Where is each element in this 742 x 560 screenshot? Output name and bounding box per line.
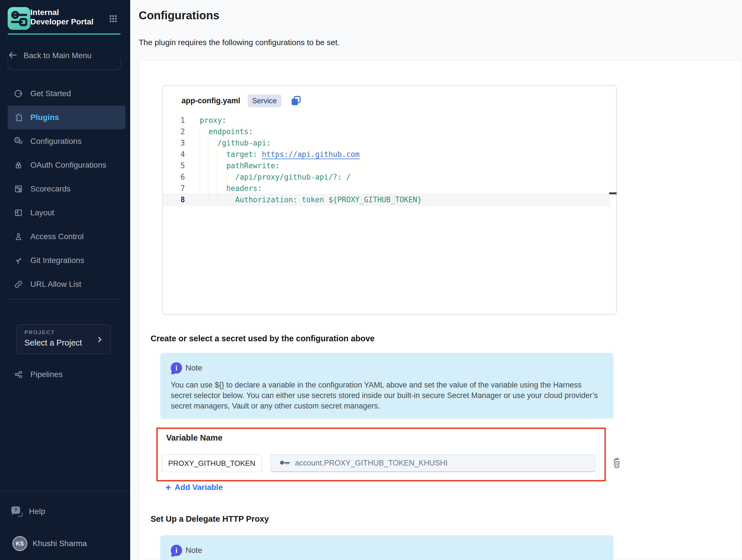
- sidebar-item-label: Pipelines: [30, 370, 63, 379]
- git-fork-icon: [13, 255, 23, 265]
- indent-guide: [226, 171, 226, 205]
- back-section-divider: [8, 58, 120, 70]
- delegate-section-heading: Set Up a Delegate HTTP Proxy: [151, 514, 269, 524]
- copy-icon[interactable]: [290, 95, 302, 107]
- apps-grid-icon[interactable]: [109, 14, 118, 23]
- yaml-editor-content[interactable]: 1 proxy: 2 endpoints: 3 /github-api: 4 t…: [163, 115, 609, 205]
- line-number: 3: [163, 139, 185, 147]
- line-number: 7: [163, 184, 185, 193]
- sidebar-item-plugins[interactable]: Plugins: [8, 106, 125, 130]
- note-callout: i Note You can use ${} to declare a vari…: [160, 353, 614, 419]
- brand: Internal Developer Portal: [8, 7, 124, 30]
- sidebar-item-label: Git Integrations: [30, 256, 84, 265]
- sidebar-item-scorecards[interactable]: Scorecards: [8, 177, 125, 201]
- target-url-link[interactable]: https://api.github.com: [262, 150, 359, 159]
- code-text: proxy:: [185, 116, 226, 124]
- plugins-puzzle-icon: [13, 112, 23, 122]
- chevron-right-icon: [96, 335, 104, 345]
- code-text: Authorization: token ${PROXY_GITHUB_TOKE…: [185, 196, 422, 204]
- page-subtitle: The plugin requires the following config…: [139, 38, 339, 47]
- gears-icon: ⚙⚙: [13, 136, 23, 146]
- sidebar-item-label: Plugins: [30, 113, 59, 122]
- code-text: endpoints:: [185, 128, 253, 136]
- key-icon: [280, 459, 290, 467]
- lock-icon: [13, 160, 23, 170]
- indent-guide: [217, 149, 218, 205]
- sidebar-item-layout[interactable]: Layout: [8, 201, 125, 225]
- sidebar-item-url-allow-list[interactable]: URL Allow List: [8, 272, 125, 296]
- question-glyph: ?: [14, 507, 17, 513]
- secret-selector-field[interactable]: account.PROXY_GITHUB_TOKEN_KHUSHI: [270, 454, 595, 472]
- note-header: i Note: [171, 545, 202, 556]
- yaml-editor-card: app-config.yaml Service 1 proxy: 2 endpo…: [163, 85, 617, 315]
- indent-guide: [200, 126, 200, 205]
- sidebar-item-git-integrations[interactable]: Git Integrations: [8, 249, 125, 272]
- note-title: Note: [186, 363, 202, 372]
- sidebar-item-label: Layout: [30, 208, 54, 217]
- line-number: 2: [163, 128, 185, 136]
- variable-name-input[interactable]: [162, 454, 262, 472]
- code-line: 1 proxy:: [163, 115, 609, 126]
- code-line: 6 /api/proxy/github-api/?: /: [163, 171, 609, 183]
- editor-header: app-config.yaml Service: [181, 94, 302, 107]
- line-number: 1: [163, 116, 185, 124]
- user-name: Khushi Sharma: [33, 539, 87, 548]
- sidebar-nav-secondary: Pipelines: [0, 363, 130, 387]
- secret-value: account.PROXY_GITHUB_TOKEN_KHUSHI: [295, 459, 447, 467]
- add-variable-button[interactable]: + Add Variable: [165, 483, 223, 492]
- scorecard-icon: [13, 184, 23, 194]
- delete-variable-icon[interactable]: [612, 456, 622, 469]
- code-line: 5 pathRewrite:: [163, 160, 609, 171]
- avatar: KS: [12, 536, 27, 551]
- help-chat-icon: ?: [11, 506, 23, 517]
- project-selector[interactable]: PROJECT Select a Project: [16, 324, 111, 354]
- line-number: 4: [163, 150, 185, 159]
- help-button[interactable]: ? Help: [11, 503, 45, 520]
- get-started-icon: [13, 89, 23, 99]
- sidebar-item-label: Access Control: [30, 232, 84, 241]
- code-line-active: 8 Authorization: token ${PROXY_GITHUB_TO…: [163, 194, 609, 205]
- info-icon: i: [171, 362, 182, 374]
- link-icon: [13, 279, 23, 289]
- note-title: Note: [186, 546, 202, 555]
- sidebar-item-label: Scorecards: [30, 185, 71, 194]
- sidebar-item-pipelines[interactable]: Pipelines: [8, 363, 125, 387]
- info-icon: i: [171, 545, 182, 556]
- line-number: 6: [163, 173, 185, 181]
- sidebar-nav: Get Started Plugins ⚙⚙ Configurations: [0, 82, 130, 296]
- indent-guide: [208, 137, 209, 205]
- plus-icon: +: [165, 483, 171, 492]
- brand-title: Internal Developer Portal: [30, 8, 98, 27]
- sidebar-item-get-started[interactable]: Get Started: [8, 82, 125, 106]
- configurations-panel: app-config.yaml Service 1 proxy: 2 endpo…: [139, 60, 742, 560]
- brand-accent-rule: [8, 34, 120, 35]
- add-variable-label: Add Variable: [175, 483, 223, 492]
- editor-filename: app-config.yaml: [181, 96, 240, 105]
- page-title: Configurations: [139, 9, 219, 22]
- sidebar-item-label: OAuth Configurations: [30, 161, 106, 170]
- layout-icon: [13, 208, 23, 218]
- user-menu[interactable]: KS Khushi Sharma: [12, 535, 87, 552]
- sidebar-item-oauth-configurations[interactable]: OAuth Configurations: [8, 153, 125, 177]
- note-callout: i Note: [160, 535, 614, 560]
- sidebar-item-configurations[interactable]: ⚙⚙ Configurations: [8, 130, 125, 153]
- code-line: 7 headers:: [163, 183, 609, 194]
- sidebar-item-label: Configurations: [30, 137, 82, 146]
- help-label: Help: [29, 507, 45, 516]
- code-line: 2 endpoints:: [163, 126, 609, 137]
- code-text: /api/proxy/github-api/?: /: [185, 173, 351, 181]
- code-text: /github-api:: [185, 139, 271, 147]
- code-line: 4 target: https://api.github.com: [163, 149, 609, 160]
- variable-name-label: Variable Name: [166, 433, 222, 443]
- note-body: You can use ${} to declare a variable in…: [171, 380, 599, 411]
- sidebar-divider: [8, 299, 120, 299]
- secret-section-heading: Create or select a secret used by the co…: [151, 334, 375, 343]
- editor-scroll-gutter: [610, 115, 610, 314]
- line-number: 8: [163, 196, 185, 204]
- code-text: headers:: [185, 184, 262, 193]
- service-badge: Service: [248, 95, 281, 107]
- idp-logo-icon: [8, 7, 30, 30]
- sidebar-item-access-control[interactable]: Access Control: [8, 225, 125, 249]
- sidebar: Internal Developer Portal Back to Main M…: [0, 0, 130, 560]
- sidebar-item-label: Get Started: [30, 89, 71, 98]
